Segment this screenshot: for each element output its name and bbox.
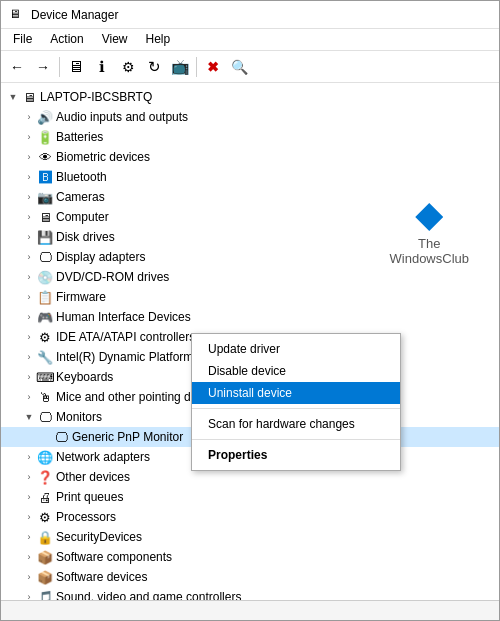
status-bar <box>1 600 499 620</box>
bluetooth-label: Bluetooth <box>56 170 107 184</box>
context-update-driver[interactable]: Update driver <box>192 338 400 360</box>
list-item-audio[interactable]: › 🔊 Audio inputs and outputs <box>1 107 499 127</box>
computer-item-icon: 🖥 <box>37 209 53 225</box>
security-expand[interactable]: › <box>21 529 37 545</box>
menu-action[interactable]: Action <box>42 31 91 48</box>
toolbar: ← → 🖥 ℹ ⚙ ↻ 📺 ✖ 🔍 <box>1 51 499 83</box>
monitor-button[interactable]: 📺 <box>168 55 192 79</box>
computer-icon: 🖥 <box>21 89 37 105</box>
list-item-hid[interactable]: › 🎮 Human Interface Devices <box>1 307 499 327</box>
firmware-expand[interactable]: › <box>21 289 37 305</box>
title-bar: 🖥 Device Manager <box>1 1 499 29</box>
toolbar-sep-2 <box>196 57 197 77</box>
mice-icon: 🖱 <box>37 389 53 405</box>
sound-label: Sound, video and game controllers <box>56 590 241 600</box>
menu-file[interactable]: File <box>5 31 40 48</box>
delete-button[interactable]: ✖ <box>201 55 225 79</box>
menu-help[interactable]: Help <box>138 31 179 48</box>
context-disable-device[interactable]: Disable device <box>192 360 400 382</box>
display-expand[interactable]: › <box>21 249 37 265</box>
dvd-expand[interactable]: › <box>21 269 37 285</box>
biometric-label: Biometric devices <box>56 150 150 164</box>
network-expand[interactable]: › <box>21 449 37 465</box>
print-icon: 🖨 <box>37 489 53 505</box>
list-item-print[interactable]: › 🖨 Print queues <box>1 487 499 507</box>
sw-devices-expand[interactable]: › <box>21 569 37 585</box>
list-item-cameras[interactable]: › 📷 Cameras <box>1 187 499 207</box>
hid-label: Human Interface Devices <box>56 310 191 324</box>
keyboards-icon: ⌨ <box>37 369 53 385</box>
mice-expand[interactable]: › <box>21 389 37 405</box>
dvd-label: DVD/CD-ROM drives <box>56 270 169 284</box>
hid-expand[interactable]: › <box>21 309 37 325</box>
audio-expand[interactable]: › <box>21 109 37 125</box>
list-item-disk[interactable]: › 💾 Disk drives <box>1 227 499 247</box>
disk-label: Disk drives <box>56 230 115 244</box>
bluetooth-icon: 🅱 <box>37 169 53 185</box>
sw-components-label: Software components <box>56 550 172 564</box>
tree-root[interactable]: ▼ 🖥 LAPTOP-IBCSBRTQ <box>1 87 499 107</box>
print-expand[interactable]: › <box>21 489 37 505</box>
update-button[interactable]: ↻ <box>142 55 166 79</box>
batteries-icon: 🔋 <box>37 129 53 145</box>
monitors-label: Monitors <box>56 410 102 424</box>
list-item-dvd[interactable]: › 💿 DVD/CD-ROM drives <box>1 267 499 287</box>
context-properties[interactable]: Properties <box>192 444 400 466</box>
sw-components-expand[interactable]: › <box>21 549 37 565</box>
settings-button[interactable]: ⚙ <box>116 55 140 79</box>
biometric-expand[interactable]: › <box>21 149 37 165</box>
list-item-sound[interactable]: › 🎵 Sound, video and game controllers <box>1 587 499 600</box>
search-button[interactable]: 🔍 <box>227 55 251 79</box>
print-label: Print queues <box>56 490 123 504</box>
back-button[interactable]: ← <box>5 55 29 79</box>
list-item-computer[interactable]: › 🖥 Computer <box>1 207 499 227</box>
ide-expand[interactable]: › <box>21 329 37 345</box>
display-label: Display adapters <box>56 250 145 264</box>
list-item-firmware[interactable]: › 📋 Firmware <box>1 287 499 307</box>
other-expand[interactable]: › <box>21 469 37 485</box>
computer-button[interactable]: 🖥 <box>64 55 88 79</box>
window-title: Device Manager <box>31 8 118 22</box>
disk-expand[interactable]: › <box>21 229 37 245</box>
list-item-processors[interactable]: › ⚙ Processors <box>1 507 499 527</box>
list-item-biometric[interactable]: › 👁 Biometric devices <box>1 147 499 167</box>
batteries-label: Batteries <box>56 130 103 144</box>
intel-expand[interactable]: › <box>21 349 37 365</box>
bluetooth-expand[interactable]: › <box>21 169 37 185</box>
audio-icon: 🔊 <box>37 109 53 125</box>
batteries-expand[interactable]: › <box>21 129 37 145</box>
monitors-expand[interactable]: ▼ <box>21 409 37 425</box>
ide-label: IDE ATA/ATAPI controllers <box>56 330 195 344</box>
list-item-bluetooth[interactable]: › 🅱 Bluetooth <box>1 167 499 187</box>
menu-bar: File Action View Help <box>1 29 499 51</box>
sw-devices-label: Software devices <box>56 570 147 584</box>
computer-item-label: Computer <box>56 210 109 224</box>
root-expand-icon[interactable]: ▼ <box>5 89 21 105</box>
processors-icon: ⚙ <box>37 509 53 525</box>
security-icon: 🔒 <box>37 529 53 545</box>
menu-view[interactable]: View <box>94 31 136 48</box>
list-item-display[interactable]: › 🖵 Display adapters <box>1 247 499 267</box>
network-label: Network adapters <box>56 450 150 464</box>
context-scan-hardware[interactable]: Scan for hardware changes <box>192 413 400 435</box>
processors-expand[interactable]: › <box>21 509 37 525</box>
generic-monitor-label: Generic PnP Monitor <box>72 430 183 444</box>
toolbar-sep-1 <box>59 57 60 77</box>
list-item-sw-devices[interactable]: › 📦 Software devices <box>1 567 499 587</box>
audio-label: Audio inputs and outputs <box>56 110 188 124</box>
network-icon: 🌐 <box>37 449 53 465</box>
dvd-icon: 💿 <box>37 269 53 285</box>
cameras-expand[interactable]: › <box>21 189 37 205</box>
forward-button[interactable]: → <box>31 55 55 79</box>
display-icon: 🖵 <box>37 249 53 265</box>
sw-devices-icon: 📦 <box>37 569 53 585</box>
info-button[interactable]: ℹ <box>90 55 114 79</box>
root-label: LAPTOP-IBCSBRTQ <box>40 90 152 104</box>
context-uninstall-device[interactable]: Uninstall device <box>192 382 400 404</box>
list-item-batteries[interactable]: › 🔋 Batteries <box>1 127 499 147</box>
computer-expand[interactable]: › <box>21 209 37 225</box>
list-item-sw-components[interactable]: › 📦 Software components <box>1 547 499 567</box>
firmware-label: Firmware <box>56 290 106 304</box>
list-item-security[interactable]: › 🔒 SecurityDevices <box>1 527 499 547</box>
sound-expand[interactable]: › <box>21 589 37 600</box>
